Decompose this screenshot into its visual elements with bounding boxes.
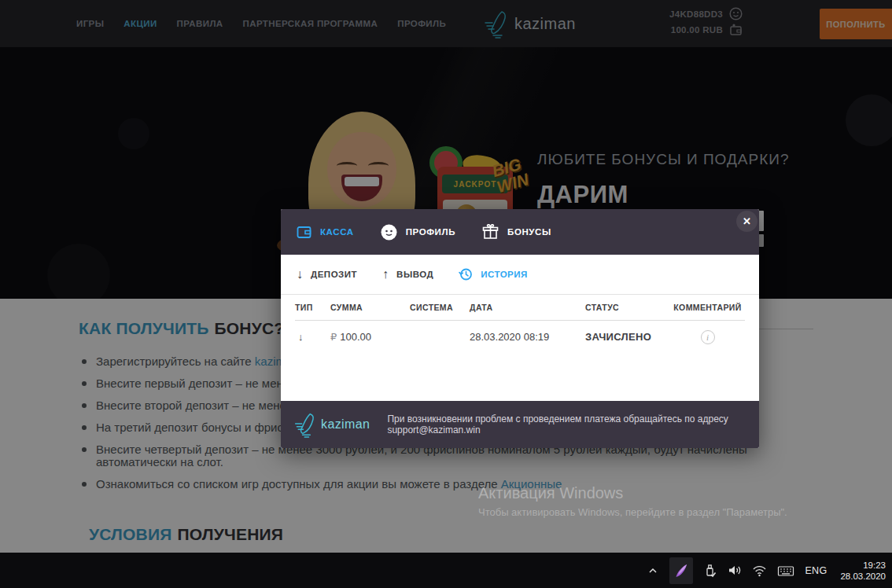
column-header-type: ТИП bbox=[295, 303, 330, 312]
speaker-icon[interactable] bbox=[727, 564, 742, 577]
history-clock-icon bbox=[459, 267, 473, 281]
column-header-date: ДАТА bbox=[470, 303, 585, 312]
status-badge: ЗАЧИСЛЕНО bbox=[585, 331, 670, 343]
cashier-subtabs: ↓ ДЕПОЗИТ ↑ ВЫВОД ИСТОРИЯ bbox=[281, 255, 759, 295]
arrow-up-icon: ↑ bbox=[382, 268, 389, 281]
wifi-icon[interactable] bbox=[752, 564, 767, 577]
cashier-modal: КАССА ПРОФИЛЬ bbox=[281, 209, 759, 448]
cell-date: 28.03.2020 08:19 bbox=[470, 331, 585, 343]
keyboard-icon[interactable] bbox=[777, 564, 794, 577]
clock-time: 19:23 bbox=[863, 560, 886, 571]
deposit-arrow-icon: ↓ bbox=[295, 331, 330, 343]
tab-label: БОНУСЫ bbox=[507, 227, 551, 237]
subtab-history[interactable]: ИСТОРИЯ bbox=[459, 267, 528, 281]
column-header-system: СИСТЕМА bbox=[410, 303, 470, 312]
column-header-status: СТАТУС bbox=[585, 303, 670, 312]
usb-icon[interactable] bbox=[703, 564, 717, 578]
profile-smiley-icon bbox=[381, 224, 397, 241]
taskbar-clock[interactable]: 19:23 28.03.2020 bbox=[837, 560, 886, 582]
subtab-label: ДЕПОЗИТ bbox=[311, 270, 357, 279]
tab-bonuses[interactable]: БОНУСЫ bbox=[482, 224, 551, 240]
modal-footer: kaziman При возникновении проблем с пров… bbox=[281, 401, 759, 448]
history-table: ТИП СУММА СИСТЕМА ДАТА СТАТУС КОММЕНТАРИ… bbox=[281, 295, 759, 353]
language-indicator[interactable]: ENG bbox=[805, 565, 827, 576]
cashier-wallet-icon bbox=[297, 226, 311, 239]
windows-taskbar: ENG 19:23 28.03.2020 bbox=[0, 553, 892, 588]
subtab-label: ИСТОРИЯ bbox=[481, 270, 528, 279]
clock-date: 28.03.2020 bbox=[840, 571, 886, 582]
support-text: При возникновении проблем с проведением … bbox=[387, 413, 759, 435]
column-header-comment: КОММЕНТАРИЙ bbox=[670, 303, 745, 312]
subtab-label: ВЫВОД bbox=[396, 270, 433, 279]
modal-header: КАССА ПРОФИЛЬ bbox=[281, 209, 759, 255]
tab-cashier[interactable]: КАССА bbox=[297, 226, 354, 239]
subtab-deposit[interactable]: ↓ ДЕПОЗИТ bbox=[297, 268, 357, 281]
kaziman-footer-logo: kaziman bbox=[293, 411, 370, 438]
tab-profile[interactable]: ПРОФИЛЬ bbox=[381, 224, 455, 241]
table-row: ↓ ₽100.00 28.03.2020 08:19 ЗАЧИСЛЕНО i bbox=[295, 321, 745, 353]
kaziman-logo-icon bbox=[293, 411, 319, 438]
info-icon[interactable]: i bbox=[701, 330, 715, 344]
feather-app-icon[interactable] bbox=[669, 557, 693, 584]
footer-logo-text: kaziman bbox=[321, 417, 370, 432]
tab-label: КАССА bbox=[320, 227, 354, 237]
cell-amount: ₽100.00 bbox=[330, 331, 410, 343]
history-table-header: ТИП СУММА СИСТЕМА ДАТА СТАТУС КОММЕНТАРИ… bbox=[295, 295, 745, 321]
close-icon[interactable]: ✕ bbox=[736, 211, 757, 232]
chevron-up-icon[interactable] bbox=[647, 564, 659, 577]
arrow-down-icon: ↓ bbox=[297, 268, 303, 281]
cell-comment: i bbox=[670, 330, 745, 344]
subtab-withdraw[interactable]: ↑ ВЫВОД bbox=[382, 268, 433, 281]
tab-label: ПРОФИЛЬ bbox=[406, 227, 455, 237]
column-header-amount: СУММА bbox=[330, 303, 410, 312]
gift-icon bbox=[482, 224, 499, 240]
screen: ИГРЫ АКЦИИ ПРАВИЛА ПАРТНЕРСКАЯ ПРОГРАММА… bbox=[0, 0, 892, 588]
